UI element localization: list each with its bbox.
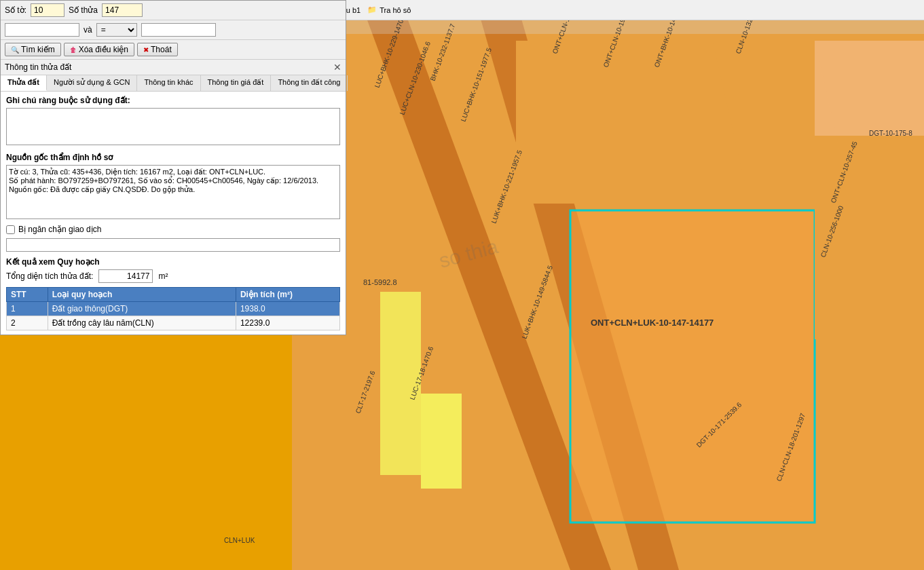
clear-label: Xóa điều kiện [79,45,128,54]
kq-header: Kết quả xem Quy hoạch [6,257,340,267]
clear-icon: 🗑 [70,46,77,54]
cell-stt: 2 [7,316,48,330]
filter-bar: và = != < > [1,20,346,40]
nguon-goc-content: Tờ cú: 3, Thửa cũ: 435+436, Diện tích: 1… [6,165,340,219]
kq-section: Kết quả xem Quy hoạch Tổng diện tích thử… [6,257,340,330]
svg-marker-12 [815,190,924,339]
search-label: Tìm kiếm [21,45,55,54]
close-button[interactable]: ✖ Thoát [137,43,178,56]
toolbar-item-hoSo[interactable]: 📁 Tra hô sô [367,5,411,14]
search-icon: 🔍 [11,46,19,54]
svg-marker-8 [516,41,611,204]
action-bar: 🔍 Tìm kiếm 🗑 Xóa điều kiện ✖ Thoát [1,40,346,60]
quy-hoach-table: STT Loại quy hoạch Diện tích (m²) 1 Đất … [6,287,340,330]
cell-loai: Đất giao thông(DGT) [48,302,236,316]
ngan-chan-detail-input[interactable] [6,238,340,252]
operator-select[interactable]: = != < > [96,23,137,37]
hoSo-icon: 📁 [367,5,377,14]
svg-text:DGT-10-175-8: DGT-10-175-8 [869,130,912,137]
info-panel: Số tờ: Số thửa và = != < > 🔍 Tìm kiếm 🗑 … [0,0,346,335]
rang-buoc-textarea[interactable] [6,108,340,145]
tab-thua-dat[interactable]: Thửa đất [1,75,47,91]
col-dt: Diện tích (m²) [236,288,339,302]
cell-dt: 1938.0 [236,302,339,316]
so-thua-label: Số thửa [69,5,98,15]
so-thua-input[interactable] [102,3,143,17]
filter-text-input[interactable] [5,23,79,37]
va-label: và [84,25,92,35]
tab-nguoi-sd[interactable]: Người sử dụng & GCN [47,75,137,91]
table-row[interactable]: 2 Đất trồng cây lâu năm(CLN) 12239.0 [7,316,340,330]
svg-marker-13 [815,41,924,136]
nguon-goc-text: Tờ cú: 3, Thửa cũ: 435+436, Diện tích: 1… [9,168,318,193]
cell-stt: 1 [7,302,48,316]
search-button[interactable]: 🔍 Tìm kiếm [5,43,61,56]
search-bar: Số tờ: Số thửa [1,1,346,20]
cell-dt: 12239.0 [236,316,339,330]
panel-content: Ghi chú ràng buộc sử dụng đất: Nguồn gốc… [1,92,346,335]
tab-bar: Thửa đất Người sử dụng & GCN Thông tin k… [1,75,346,92]
close-icon: ✖ [143,46,149,54]
tong-dt-unit: m² [158,271,168,281]
so-to-input[interactable] [31,3,64,17]
svg-marker-5 [421,394,462,489]
tab-gia-dat[interactable]: Thông tin giá đất [201,75,272,91]
bi-ngan-chan-label: Bị ngăn chặn giao dịch [18,225,101,234]
info-close-button[interactable]: ✕ [333,62,341,73]
filter-value-input[interactable] [141,23,216,37]
svg-text:CLN+LUK: CLN+LUK [224,537,255,544]
close-label: Thoát [151,45,172,54]
svg-text:ONT+CLN+LUK-10-147-14177: ONT+CLN+LUK-10-147-14177 [591,318,714,328]
rang-buoc-label: Ghi chú ràng buộc sử dụng đất: [6,96,340,105]
nguon-goc-label: Nguồn gốc thẩm định hồ sơ [6,153,340,162]
svg-text:81-5992.8: 81-5992.8 [363,278,397,286]
info-title: Thông tin thửa đất [5,62,71,72]
so-to-label: Số tờ: [5,5,26,15]
tong-dt-label: Tổng diện tích thửa đất: [6,271,93,281]
col-loai: Loại quy hoạch [48,288,236,302]
hoSo-label: Tra hô sô [380,6,411,14]
cell-loai: Đất trồng cây lâu năm(CLN) [48,316,236,330]
map-toolbar: 📋 huyên phieu b1 📁 Tra hô sô [292,0,924,20]
kq-total-row: Tổng diện tích thửa đất: m² [6,269,340,283]
empty-input-row [6,238,340,252]
tab-dat-cong[interactable]: Thông tin đất công [271,75,348,91]
bi-ngan-chan-row: Bị ngăn chặn giao dịch [6,225,340,234]
table-row[interactable]: 1 Đất giao thông(DGT) 1938.0 [7,302,340,316]
clear-button[interactable]: 🗑 Xóa điều kiện [64,43,134,56]
tong-dt-input[interactable] [98,269,153,283]
col-stt: STT [7,288,48,302]
tab-thong-tin-khac[interactable]: Thông tin khác [137,75,200,91]
bi-ngan-chan-checkbox[interactable] [6,225,15,234]
info-window-header: Thông tin thửa đất ✕ [1,60,346,75]
